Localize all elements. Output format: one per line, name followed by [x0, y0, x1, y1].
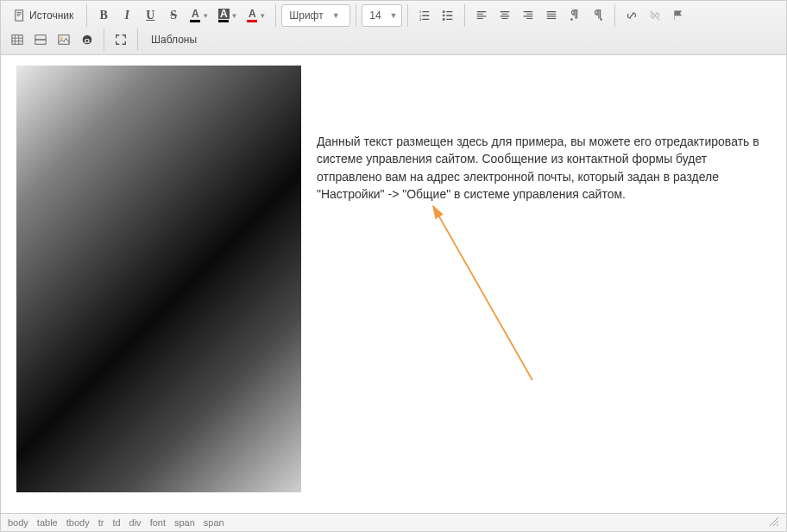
source-label: Источник: [29, 9, 73, 22]
image-button[interactable]: [53, 28, 75, 51]
svg-point-6: [442, 18, 444, 21]
source-button[interactable]: Источник: [6, 4, 81, 27]
svg-point-10: [60, 37, 63, 40]
crumb-item[interactable]: font: [150, 517, 166, 528]
flag-icon: [672, 9, 684, 22]
align-left-button[interactable]: [470, 4, 493, 27]
templates-button[interactable]: Шаблоны: [143, 28, 205, 51]
crumb-item[interactable]: table: [37, 517, 58, 528]
underline-icon: U: [146, 9, 154, 22]
unlink-button[interactable]: [644, 4, 666, 27]
align-center-button[interactable]: [494, 4, 516, 27]
svg-point-4: [442, 10, 444, 13]
rtl-icon: [592, 9, 604, 22]
svg-point-5: [442, 15, 444, 17]
table-icon: [11, 34, 23, 46]
size-select[interactable]: 14 ▼: [362, 4, 401, 27]
content-area: Данный текст размещен здесь для примера,…: [1, 55, 786, 513]
strike-button[interactable]: S: [162, 4, 185, 27]
chevron-down-icon: ▼: [332, 11, 340, 20]
align-right-button[interactable]: [517, 4, 539, 27]
omega-icon: Ω: [81, 34, 93, 46]
hr-button[interactable]: [29, 28, 52, 51]
source-icon: [14, 9, 26, 22]
bullet-list-icon: [442, 9, 454, 22]
chevron-down-icon: ▼: [390, 11, 398, 20]
italic-button[interactable]: I: [116, 4, 138, 27]
text-color-icon: A: [190, 9, 200, 22]
breadcrumb: body table tbody tr td div font span spa…: [8, 517, 224, 528]
crumb-item[interactable]: tbody: [66, 517, 90, 528]
align-left-icon: [475, 9, 488, 22]
unlink-icon: [649, 9, 661, 22]
special-char-button[interactable]: Ω: [76, 28, 98, 51]
svg-line-14: [433, 206, 532, 380]
bold-icon: B: [100, 9, 108, 22]
link-icon: [626, 9, 638, 22]
size-select-label: 14: [369, 9, 381, 22]
underline-button[interactable]: U: [139, 4, 161, 27]
maximize-icon: [115, 34, 127, 46]
resize-handle[interactable]: [769, 516, 779, 529]
crumb-item[interactable]: span: [204, 517, 224, 528]
anchor-button[interactable]: [667, 4, 689, 27]
bold-button[interactable]: B: [92, 4, 115, 27]
align-center-icon: [499, 9, 511, 22]
crumb-item[interactable]: div: [129, 517, 142, 528]
bg-color-button[interactable]: A▼: [214, 4, 242, 27]
numbered-list-button[interactable]: 123: [413, 4, 436, 27]
font-select-label: Шрифт: [289, 9, 323, 22]
svg-text:Ω: Ω: [85, 37, 90, 45]
strike-icon: S: [170, 9, 177, 22]
crumb-item[interactable]: span: [174, 517, 195, 528]
link-button[interactable]: [620, 4, 643, 27]
align-justify-button[interactable]: [540, 4, 563, 27]
ltr-button[interactable]: [563, 4, 586, 27]
font-select[interactable]: Шрифт ▼: [281, 4, 350, 27]
status-bar: body table tbody tr td div font span spa…: [1, 513, 786, 531]
crumb-item[interactable]: body: [8, 517, 28, 528]
toolbar: Источник B I U S A▼ A▼ A▼: [1, 1, 786, 55]
editor-content[interactable]: Данный текст размещен здесь для примера,…: [1, 55, 786, 513]
templates-label: Шаблоны: [151, 34, 197, 46]
numbered-list-icon: 123: [419, 9, 431, 22]
resize-icon: [769, 516, 779, 527]
remove-format-icon: A: [247, 9, 257, 22]
align-right-icon: [522, 9, 534, 22]
crumb-item[interactable]: tr: [98, 517, 104, 528]
content-text-column: Данный текст размещен здесь для примера,…: [317, 66, 771, 203]
hr-icon: [35, 34, 47, 46]
toolbar-row-2: Ω Шаблоны: [6, 28, 781, 51]
maximize-button[interactable]: [110, 28, 132, 51]
rtl-button[interactable]: [587, 4, 609, 27]
text-color-button[interactable]: A▼: [186, 4, 213, 27]
bg-color-icon: A: [218, 9, 230, 22]
editor-container: Источник B I U S A▼ A▼ A▼: [0, 0, 787, 532]
image-icon: [58, 34, 70, 46]
remove-format-button[interactable]: A▼: [242, 4, 270, 27]
svg-text:3: 3: [419, 17, 421, 22]
ltr-icon: [569, 9, 581, 22]
table-button[interactable]: [6, 28, 28, 51]
bullet-list-button[interactable]: [437, 4, 459, 27]
crumb-item[interactable]: td: [112, 517, 120, 528]
svg-rect-7: [12, 35, 22, 45]
content-text[interactable]: Данный текст размещен здесь для примера,…: [317, 135, 759, 201]
align-justify-icon: [545, 9, 557, 22]
annotation-arrow: [420, 199, 558, 389]
content-image[interactable]: [16, 66, 301, 492]
toolbar-row-1: Источник B I U S A▼ A▼ A▼: [6, 4, 781, 27]
content-layout: Данный текст размещен здесь для примера,…: [16, 66, 771, 492]
italic-icon: I: [125, 9, 129, 22]
